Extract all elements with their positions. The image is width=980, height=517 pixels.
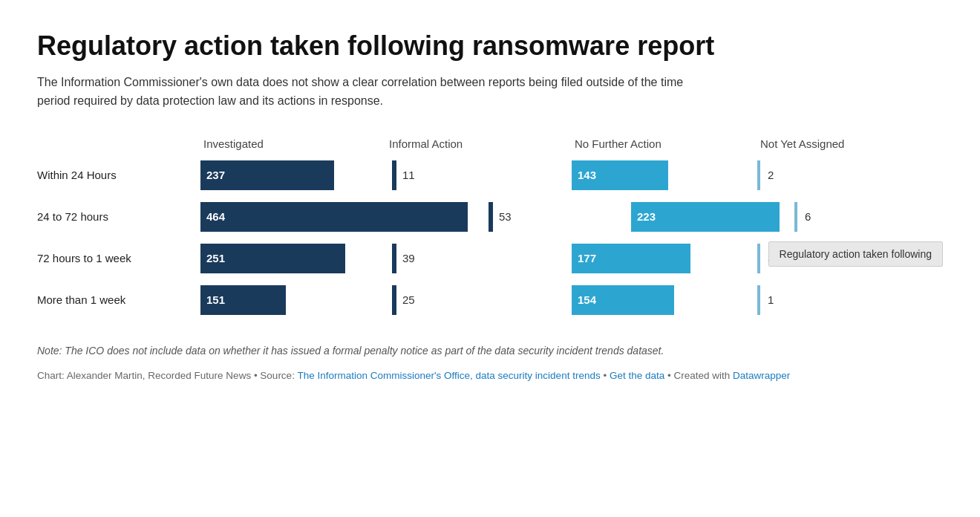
row-label-0: Within 24 Hours: [37, 169, 200, 181]
chart-row-3: More than 1 week 151 25 154 1: [37, 281, 943, 319]
bar-informal-value-2: 39: [402, 252, 415, 264]
bar-cell-informal-1: 53: [483, 202, 631, 232]
bar-informal-0: 11: [386, 160, 415, 190]
col-header-no-further: No Further Action: [572, 137, 757, 150]
bar-notyet-value-1: 6: [805, 210, 811, 223]
bar-cell-investigated-1: 464: [200, 202, 483, 232]
bar-thin-line-3: [392, 285, 396, 315]
bar-notyet-1: 6: [794, 202, 811, 232]
bar-nya-line-3: [757, 285, 760, 315]
bar-cell-notyet-0: 2: [757, 160, 943, 190]
bar-cell-nofurther-2: 177: [572, 244, 757, 273]
source-prefix: Chart: Alexander Martin, Recorded Future…: [37, 370, 295, 381]
bar-thin-line-1: [489, 202, 493, 232]
bar-nya-line-0: [757, 160, 760, 190]
datawrapper-link[interactable]: Datawrapper: [733, 370, 790, 381]
bar-nofurther-2: 177: [572, 244, 690, 273]
subtitle: The Information Commissioner's own data …: [37, 74, 690, 111]
bar-nya-line-2: [757, 244, 760, 273]
bar-informal-3: 25: [386, 285, 415, 315]
bar-investigated-3: 151: [200, 285, 286, 315]
bar-notyet-value-3: 1: [768, 293, 774, 306]
bar-cell-informal-3: 25: [386, 285, 572, 315]
bar-nofurther-1: 223: [631, 202, 780, 232]
bar-thin-line-0: [392, 160, 396, 190]
bar-nofurther-0: 143: [572, 160, 668, 190]
bar-cell-nofurther-0: 143: [572, 160, 757, 190]
bar-notyet-3: 1: [757, 285, 774, 315]
bar-cell-investigated-2: 251: [200, 244, 386, 273]
col-header-not-yet: Not Yet Assigned: [757, 137, 943, 150]
bar-cell-nofurther-3: 154: [572, 285, 757, 315]
chart-row-1: 24 to 72 hours 464 53 223 6: [37, 198, 943, 236]
tooltip: Regulatory action taken following: [768, 241, 943, 267]
bar-cell-nofurther-1: 223: [631, 202, 794, 232]
chart-row-0: Within 24 Hours 237 11 143 2: [37, 156, 943, 195]
chart-container: Regulatory action taken following Invest…: [37, 137, 943, 319]
bar-informal-value-0: 11: [402, 169, 415, 181]
source-line: Chart: Alexander Martin, Recorded Future…: [37, 368, 943, 384]
chart-header-row: Investigated Informal Action No Further …: [37, 137, 943, 150]
bar-investigated-1: 464: [200, 202, 468, 232]
col-header-investigated: Investigated: [200, 137, 386, 150]
bar-informal-value-3: 25: [402, 293, 415, 306]
page-title: Regulatory action taken following ransom…: [37, 30, 943, 62]
col-header-informal: Informal Action: [386, 137, 572, 150]
bar-cell-informal-0: 11: [386, 160, 572, 190]
bar-cell-investigated-3: 151: [200, 285, 386, 315]
source-link[interactable]: The Information Commissioner's Office, d…: [297, 370, 600, 381]
bar-notyet-0: 2: [757, 160, 774, 190]
bar-thin-line-2: [392, 244, 396, 273]
bar-notyet-value-0: 2: [768, 169, 774, 181]
bar-investigated-2: 251: [200, 244, 345, 273]
bar-cell-notyet-3: 1: [757, 285, 943, 315]
bar-cell-informal-2: 39: [386, 244, 572, 273]
bar-cell-investigated-0: 237: [200, 160, 386, 190]
bar-nya-line-1: [794, 202, 797, 232]
separator-1: •: [603, 370, 609, 381]
created-with-prefix: • Created with: [667, 370, 730, 381]
get-data-link[interactable]: Get the data: [610, 370, 664, 381]
bar-cell-notyet-1: 6: [794, 202, 943, 232]
row-label-3: More than 1 week: [37, 293, 200, 306]
note: Note: The ICO does not include data on w…: [37, 343, 705, 359]
bar-nofurther-3: 154: [572, 285, 674, 315]
bar-informal-value-1: 53: [499, 210, 512, 223]
bar-informal-2: 39: [386, 244, 415, 273]
row-label-2: 72 hours to 1 week: [37, 252, 200, 264]
row-label-1: 24 to 72 hours: [37, 210, 200, 223]
bar-investigated-0: 237: [200, 160, 334, 190]
bar-informal-1: 53: [483, 202, 512, 232]
